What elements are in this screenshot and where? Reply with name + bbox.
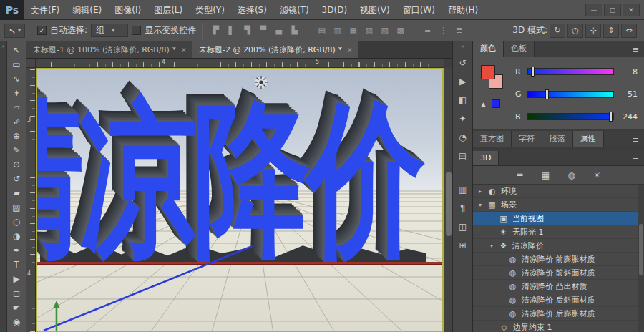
brush-tool[interactable]: ✎ [8,143,26,157]
close-button[interactable]: ✕ [623,4,640,16]
align-left-icon[interactable]: ▛ [208,24,223,38]
tree-row-current-view[interactable]: ▣ 当前视图 [473,212,644,225]
scrollbar-thumb[interactable] [446,172,452,236]
navigator-panel-icon[interactable]: ▤ [455,149,471,162]
show-transform-checkbox[interactable] [132,26,141,35]
shape-tool[interactable]: ◻ [8,286,26,301]
filter-materials-icon[interactable]: ◍ [565,170,579,180]
gamut-color-swatch[interactable] [492,99,500,108]
close-icon[interactable]: ✕ [347,47,353,54]
move-tool[interactable]: ↖ [8,43,26,57]
info-panel-icon[interactable]: ◔ [455,130,471,144]
tab-swatches[interactable]: 色板 [504,41,535,57]
red-value[interactable]: 8 [619,67,638,77]
menu-select[interactable]: 选择(S) [231,0,273,20]
tab-color[interactable]: 颜色 [473,41,504,57]
align-top-icon[interactable]: ▀ [255,24,270,38]
tab-paragraph[interactable]: 段落 [542,131,573,147]
tree-row-scene[interactable]: ▾ ▦ 场景 [473,198,644,212]
quick-select-tool[interactable]: ∗ [8,86,26,100]
green-value[interactable]: 51 [619,89,638,99]
tab-histogram[interactable]: 直方图 [473,131,512,147]
distribute-center-h-icon[interactable]: ▨ [377,24,392,38]
document-tab-1[interactable]: 未标题-1 @ 100% (清凉降价, RGB/8) * ✕ [26,42,192,58]
canvas-vertical-scrollbar[interactable] [444,68,452,332]
tree-row-extrusion-material[interactable]: ◍ 清凉降价 凸出材质 [473,280,644,293]
document-tab-2[interactable]: 未标题-2 @ 200% (清凉降价, RGB/8) * ✕ [192,42,358,58]
dock-edge[interactable]: » [0,42,7,332]
align-bottom-icon[interactable]: ▄ [271,24,286,38]
auto-select-checkbox[interactable]: ✓ [37,26,47,35]
menu-window[interactable]: 窗口(W) [396,0,441,20]
distribute-right-icon[interactable]: ▩ [393,24,408,38]
slider-thumb[interactable] [545,89,549,99]
blue-slider[interactable] [527,113,614,120]
dodge-tool[interactable]: ◑ [8,229,26,243]
align-center-v-icon[interactable]: ▙ [287,24,302,38]
marquee-tool[interactable]: ▭ [8,57,26,72]
scrollbar-thumb[interactable] [639,224,643,275]
path-select-tool[interactable]: ▶ [8,272,26,286]
align-center-h-icon[interactable]: ▌ [224,24,239,38]
distribute-center-v-icon[interactable]: ▥ [330,24,345,38]
expand-dock-icon[interactable]: « [461,44,464,51]
tree-row-back-inflation-material[interactable]: ◍ 清凉降价 后膨胀材质 [473,307,644,321]
slider-thumb[interactable] [531,67,535,77]
distribute-left-icon[interactable]: ▧ [361,24,376,38]
filter-lights-icon[interactable]: ☀ [590,170,605,180]
canvas[interactable]: 清凉降价 [36,68,444,332]
paragraph-panel-icon[interactable]: ¶ [455,201,471,215]
tab-properties[interactable]: 属性 [573,131,604,147]
slider-thumb[interactable] [609,112,613,122]
type-tool[interactable]: T [8,258,26,272]
light-widget-icon[interactable] [254,75,268,89]
history-panel-icon[interactable]: ↺ [455,56,471,69]
blue-value[interactable]: 244 [619,112,638,122]
tree-row-front-bevel-material[interactable]: ◍ 清凉降价 前斜面材质 [473,266,644,280]
layers-panel-icon[interactable]: ◫ [455,220,471,233]
expand-arrow-icon[interactable]: ▾ [479,202,487,208]
filter-whole-scene-icon[interactable]: ≡ [513,170,527,180]
red-slider[interactable] [527,68,614,75]
gamut-warning-icon[interactable]: ▲ [481,101,486,108]
distribute-spacing-icon[interactable]: ≡ [420,24,435,38]
align-right-icon[interactable]: ▜ [240,24,255,38]
distribute-top-icon[interactable]: ▤ [314,24,329,38]
menu-layer[interactable]: 图层(L) [147,0,189,20]
expand-arrow-icon[interactable]: ▸ [479,188,487,195]
tree-row-back-bevel-material[interactable]: ◍ 清凉降价 后斜面材质 [473,293,644,307]
tree-row-infinite-light[interactable]: ☀ 无限光 1 [473,225,644,239]
actions-panel-icon[interactable]: ▶ [455,74,471,88]
menu-view[interactable]: 视图(V) [353,0,396,20]
pen-tool[interactable]: ✒ [8,243,26,258]
3d-axis-widget[interactable] [37,69,442,331]
menu-edit[interactable]: 编辑(E) [66,0,108,20]
distribute-spacing-icon[interactable]: ≣ [452,24,467,38]
healing-brush-tool[interactable]: ⊕ [8,129,26,143]
menu-type[interactable]: 类型(Y) [189,0,231,20]
tab-character[interactable]: 字符 [512,131,542,147]
history-brush-tool[interactable]: ↺ [8,172,26,186]
menu-filter[interactable]: 滤镜(T) [273,0,316,20]
minimize-button[interactable]: — [585,4,602,16]
hand-tool[interactable]: ☛ [8,301,26,315]
tab-3d[interactable]: 3D [473,151,499,165]
panel-menu-icon[interactable]: ≡ [628,45,644,57]
3d-roll-camera-icon[interactable]: ◷ [567,24,583,38]
foreground-color-swatch[interactable] [481,65,495,79]
tree-row-environment[interactable]: ▸ ◐ 环境 [473,185,644,198]
auto-select-dropdown[interactable]: 组 ▾ [91,24,128,37]
panel-menu-icon[interactable]: ≡ [628,154,644,165]
lasso-tool[interactable]: ∿ [8,72,26,86]
tree-scrollbar[interactable] [638,185,644,332]
gradient-tool[interactable]: ▨ [8,200,26,215]
distribute-spacing-icon[interactable]: ⋮ [436,24,451,38]
menu-image[interactable]: 图像(I) [108,0,147,20]
distribute-bottom-icon[interactable]: ▦ [346,24,361,38]
close-icon[interactable]: ✕ [181,47,187,54]
blur-tool[interactable]: ○ [8,215,26,229]
eyedropper-tool[interactable]: ⇙ [8,114,26,129]
styles-panel-icon[interactable]: ✦ [455,112,471,125]
menu-help[interactable]: 帮助(H) [441,0,484,20]
menu-file[interactable]: 文件(F) [24,0,66,20]
